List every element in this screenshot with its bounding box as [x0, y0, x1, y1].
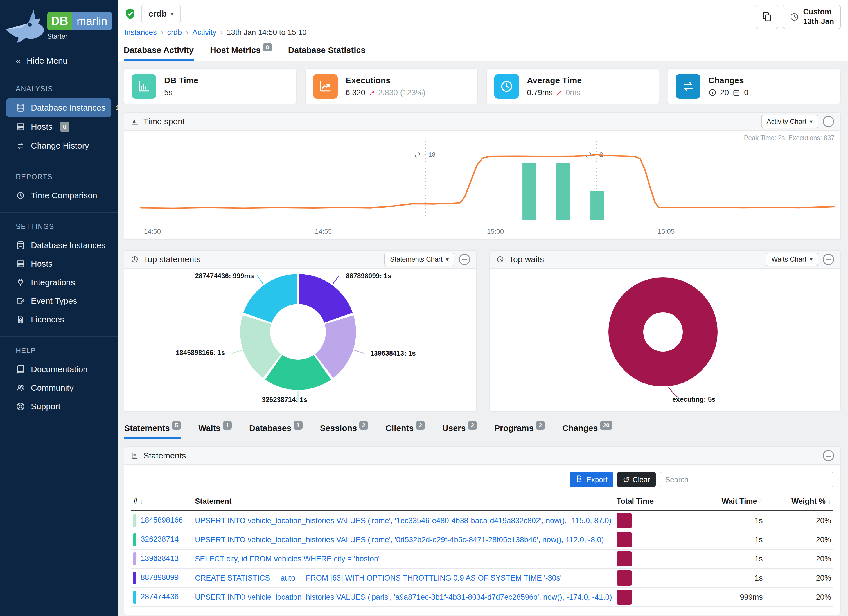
- activity-chart-select[interactable]: Activity Chart ▾: [761, 115, 818, 128]
- search-input[interactable]: [660, 472, 833, 487]
- statement-link[interactable]: UPSERT INTO vehicle_location_histories V…: [195, 593, 612, 601]
- collapse-panel-button[interactable]: [459, 254, 470, 265]
- table-row[interactable]: 139638413 SELECT city, id FROM vehicles …: [131, 549, 833, 569]
- sidebar-item-licences[interactable]: Licences: [6, 310, 111, 328]
- breadcrumb-crdb[interactable]: crdb: [167, 28, 182, 37]
- tab-statements[interactable]: Statements5: [124, 423, 181, 438]
- table-toolbar: Export ↺ Clear: [124, 465, 840, 490]
- copy-button[interactable]: [756, 4, 778, 29]
- tab-clients[interactable]: Clients2: [385, 423, 425, 438]
- trend-chart-icon: [313, 74, 338, 99]
- brand-marlin-badge: marlin: [72, 12, 112, 30]
- tab-users[interactable]: Users2: [442, 423, 477, 438]
- card-value: 5s: [164, 88, 173, 97]
- sort-icon: ↓: [140, 497, 143, 505]
- hide-menu-button[interactable]: « Hide Menu: [0, 48, 117, 74]
- count-badge: 2: [416, 421, 425, 429]
- statement-id-link[interactable]: 287474436: [141, 592, 179, 601]
- donut-label: executing: 5s: [672, 395, 715, 403]
- sidebar-item-change-history[interactable]: Change History: [6, 137, 111, 155]
- tab-changes[interactable]: Changes20: [562, 423, 612, 438]
- list-icon: [130, 451, 139, 460]
- sidebar-item-database-instances-settings[interactable]: Database Instances: [6, 236, 111, 254]
- panel-title: Top statements: [144, 255, 200, 264]
- sidebar-item-hosts-settings[interactable]: Hosts: [6, 255, 111, 273]
- breadcrumb-instances[interactable]: Instances: [124, 28, 157, 37]
- page-header: crdb ▾ Instances › crdb › Activity › 13t…: [117, 0, 848, 61]
- card-value: 0.79ms: [527, 88, 553, 97]
- section-title: SETTINGS: [0, 223, 117, 236]
- clear-button[interactable]: ↺ Clear: [617, 472, 656, 487]
- sidebar-item-time-comparison[interactable]: Time Comparison: [6, 187, 111, 205]
- card-title: Executions: [345, 76, 425, 85]
- collapse-panel-button[interactable]: [823, 254, 834, 265]
- licence-icon: [16, 315, 25, 324]
- tab-sessions[interactable]: Sessions2: [320, 423, 368, 438]
- total-time-bar: [617, 551, 632, 567]
- table-row[interactable]: 1845898166 UPSERT INTO vehicle_location_…: [131, 511, 833, 530]
- statement-id-link[interactable]: 1845898166: [141, 516, 183, 524]
- export-button[interactable]: Export: [570, 472, 613, 487]
- total-time-bar: [617, 532, 632, 547]
- section-title: HELP: [0, 347, 117, 360]
- tab-database-activity[interactable]: Database Activity: [124, 45, 194, 61]
- statement-id-link[interactable]: 139638413: [141, 554, 179, 563]
- statement-link[interactable]: UPSERT INTO vehicle_location_histories V…: [195, 536, 604, 544]
- double-chevron-left-icon: «: [16, 55, 21, 66]
- card-average-time: Average Time 0.79ms ↗ 0ms: [486, 68, 659, 104]
- tab-host-metrics[interactable]: Host Metrics 0: [210, 45, 272, 61]
- wait-time-value: 1s: [656, 530, 765, 549]
- statement-id-link[interactable]: 887898099: [141, 573, 179, 582]
- sidebar-item-database-instances[interactable]: Database Instances 1: [6, 98, 111, 117]
- plan-label: Starter: [47, 32, 112, 40]
- sidebar-item-integrations[interactable]: Integrations: [6, 273, 111, 291]
- instance-selector[interactable]: crdb ▾: [141, 4, 181, 23]
- donut-label: 1845898166: 1s: [176, 349, 225, 357]
- x-axis-tick: 15:05: [658, 227, 675, 235]
- waits-chart-select[interactable]: Waits Chart ▾: [766, 252, 818, 266]
- tab-database-statistics[interactable]: Database Statistics: [288, 45, 366, 61]
- donut-label: 287474436: 999ms: [195, 272, 254, 280]
- lifebuoy-icon: [16, 402, 25, 411]
- up-trend-arrow: ↗: [369, 88, 375, 97]
- time-spent-chart[interactable]: Peak Time: 2s, Executions: 837 ⇄18⇄2 14:…: [124, 131, 840, 239]
- sidebar-item-event-types[interactable]: Event Types: [6, 292, 111, 310]
- statements-donut-chart[interactable]: 287474436: 999ms 887898099: 1s 184589816…: [124, 269, 476, 411]
- collapse-panel-button[interactable]: [823, 116, 834, 127]
- sidebar-section-settings: SETTINGS Database Instances Hosts Integr…: [0, 213, 117, 336]
- statement-link[interactable]: SELECT city, id FROM vehicles WHERE city…: [195, 555, 380, 563]
- statement-link[interactable]: CREATE STATISTICS __auto__ FROM [63] WIT…: [195, 574, 562, 582]
- statements-table: #↓ Statement Total Time Wait Time↑ Weigh…: [131, 493, 833, 607]
- table-row[interactable]: 887898099 CREATE STATISTICS __auto__ FRO…: [131, 569, 833, 588]
- x-axis-tick: 14:50: [144, 227, 161, 235]
- sidebar-item-support[interactable]: Support: [6, 398, 111, 416]
- tab-waits[interactable]: Waits1: [198, 423, 232, 438]
- collapse-panel-button[interactable]: [823, 450, 834, 461]
- sidebar-section-help: HELP Documentation Community Support: [0, 337, 117, 423]
- count-badge: 1: [294, 421, 302, 429]
- tab-programs[interactable]: Programs2: [494, 423, 545, 438]
- weight-value: 20%: [765, 549, 833, 569]
- bar-chart-icon: [132, 74, 156, 99]
- count-badge: 2: [359, 421, 368, 429]
- export-icon: [575, 475, 583, 485]
- statement-id-link[interactable]: 326238714: [141, 535, 179, 543]
- breadcrumb-activity[interactable]: Activity: [192, 28, 216, 37]
- weight-value: 20%: [765, 588, 833, 607]
- panel-title: Top waits: [509, 255, 544, 264]
- statements-chart-select[interactable]: Statements Chart ▾: [384, 252, 454, 266]
- tab-databases[interactable]: Databases1: [249, 423, 302, 438]
- page-tabs: Database Activity Host Metrics 0 Databas…: [124, 45, 841, 61]
- waits-donut-chart[interactable]: executing: 5s: [490, 269, 840, 411]
- count-badge: 2: [468, 421, 477, 429]
- table-row[interactable]: 287474436 UPSERT INTO vehicle_location_h…: [131, 588, 833, 607]
- sidebar-item-community[interactable]: Community: [6, 379, 111, 397]
- change-arrows-icon: [16, 141, 25, 150]
- statement-link[interactable]: UPSERT INTO vehicle_location_histories V…: [195, 517, 611, 525]
- sidebar-item-documentation[interactable]: Documentation: [6, 360, 111, 379]
- sidebar-item-hosts[interactable]: Hosts 0: [6, 117, 111, 136]
- dbmarlin-app: DB marlin Starter « Hide Menu ANALYSIS D…: [0, 0, 848, 616]
- table-row[interactable]: 326238714 UPSERT INTO vehicle_location_h…: [131, 530, 833, 549]
- count-badge: 20: [600, 421, 612, 429]
- time-range-button[interactable]: Custom 13th Jan: [783, 4, 841, 29]
